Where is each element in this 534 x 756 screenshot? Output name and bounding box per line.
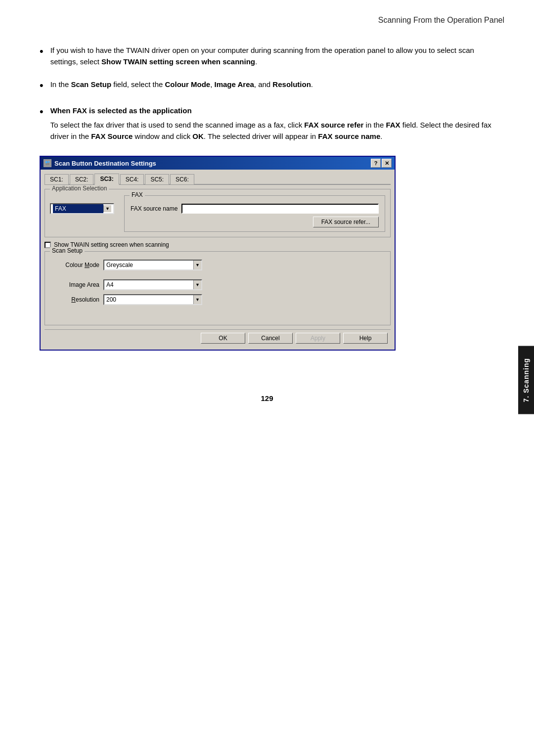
fax-group: FAX FAX source name FAX source refer... [124, 195, 385, 232]
svg-rect-2 [48, 161, 49, 163]
bullet-dot-2: • [40, 77, 44, 94]
right-chapter-tab: 7. Scanning [518, 346, 534, 414]
colour-mode-value: Greyscale [104, 262, 193, 268]
tab-sc1[interactable]: SC1: [44, 174, 69, 184]
app-select-left: FAX ▼ [50, 195, 114, 214]
bullet3-normal5: . The selected driver will appear in [204, 132, 318, 140]
bullet-item-2: • In the Scan Setup field, select the Co… [40, 79, 499, 94]
main-content: • If you wish to have the TWAIN driver o… [0, 25, 534, 384]
bullet3-normal1: To select the fax driver that is used to… [50, 121, 305, 129]
image-area-arrow[interactable]: ▼ [193, 280, 201, 289]
resolution-value: 200 [104, 296, 193, 303]
right-tab-text: 7. Scanning [522, 358, 530, 402]
page-number-text: 129 [261, 394, 273, 402]
bullet2-bold4: Resolution [272, 80, 311, 89]
titlebar-left: Scan Button Destination Settings [44, 159, 156, 167]
bullet3-heading: When FAX is selected as the application [50, 106, 192, 115]
bullet3-bold5: FAX source name [318, 132, 380, 140]
image-area-label: Image Area [50, 281, 99, 288]
help-button[interactable]: Help [343, 333, 388, 344]
bullet2-normal2: field, select the [111, 80, 165, 89]
bullet2-bold2: Colour Mode [165, 80, 211, 89]
dialog-window: Scan Button Destination Settings ? ✕ SC1… [40, 156, 396, 351]
dialog-footer: OK Cancel Apply Help [44, 329, 391, 346]
bullet-dot-3: • [40, 103, 44, 120]
bullet2-normal4: , and [254, 80, 273, 89]
colour-mode-dropdown[interactable]: Greyscale ▼ [103, 260, 202, 270]
bullet3-bold2: FAX [386, 121, 400, 129]
cancel-button[interactable]: Cancel [248, 333, 293, 344]
image-area-value: A4 [104, 281, 193, 288]
tab-bar: SC1: SC2: SC3: SC4: SC5: SC6: [44, 173, 391, 185]
fax-source-name-label: FAX source name [131, 205, 178, 212]
fax-group-label: FAX [130, 191, 145, 198]
resolution-arrow[interactable]: ▼ [193, 295, 201, 304]
fax-source-refer-button[interactable]: FAX source refer... [313, 217, 379, 227]
bullet-text-3: When FAX is selected as the application … [50, 105, 499, 142]
app-selection-inner: FAX ▼ FAX FAX source name FAX source ref… [50, 195, 385, 232]
bullet-item-1: • If you wish to have the TWAIN driver o… [40, 44, 499, 68]
image-area-dropdown[interactable]: A4 ▼ [103, 279, 202, 290]
colour-mode-label: Colour Mode [50, 262, 99, 268]
app-dropdown[interactable]: FAX ▼ [50, 203, 114, 214]
bullet-text-1: If you wish to have the TWAIN driver ope… [50, 44, 499, 68]
dialog-app-icon [44, 159, 51, 167]
close-titlebar-btn[interactable]: ✕ [382, 159, 392, 168]
bullet2-bold3: Image Area [215, 80, 254, 89]
bullet3-normal2: in the [363, 121, 386, 129]
bullet3-bold4: OK [192, 132, 204, 140]
bullet3-bold1: FAX source refer [304, 121, 363, 129]
bullet1-normal2: . [255, 57, 257, 66]
bullet2-bold1: Scan Setup [71, 80, 111, 89]
apply-button[interactable]: Apply [296, 333, 340, 344]
dialog-title: Scan Button Destination Settings [54, 160, 156, 167]
tab-sc4[interactable]: SC4: [120, 174, 144, 184]
tab-sc6[interactable]: SC6: [170, 174, 194, 184]
bullet-text-2: In the Scan Setup field, select the Colo… [50, 79, 499, 90]
bullet1-bold: Show TWAIN setting screen when scanning [101, 57, 255, 66]
tab-sc5[interactable]: SC5: [145, 174, 169, 184]
resolution-dropdown[interactable]: 200 ▼ [103, 294, 202, 305]
resolution-label: Resolution [50, 296, 99, 303]
show-twain-row: Show TWAIN setting screen when scanning [44, 241, 391, 248]
fax-source-name-input[interactable] [181, 204, 379, 214]
colour-mode-row: Colour Mode Greyscale ▼ [50, 260, 385, 270]
bullet3-normal6: . [380, 132, 382, 140]
page-number: 129 [0, 384, 534, 412]
bullet-item-3: • When FAX is selected as the applicatio… [40, 105, 499, 142]
colour-mode-arrow[interactable]: ▼ [193, 261, 201, 269]
tab-sc3[interactable]: SC3: [94, 174, 119, 185]
page-header: Scanning From the Operation Panel [0, 0, 534, 25]
titlebar-buttons: ? ✕ [371, 159, 392, 168]
fax-source-name-row: FAX source name [131, 204, 379, 214]
tab-sc2[interactable]: SC2: [70, 174, 94, 184]
bullet2-normal5: . [311, 80, 313, 89]
bullet2-normal3: , [210, 80, 214, 89]
bullet-list: • If you wish to have the TWAIN driver o… [40, 44, 499, 142]
help-titlebar-btn[interactable]: ? [371, 159, 381, 168]
bullet2-normal1: In the [50, 80, 71, 89]
image-area-row: Image Area A4 ▼ [50, 279, 385, 290]
bullet3-normal4: window and click [133, 132, 192, 140]
dialog-titlebar: Scan Button Destination Settings ? ✕ [41, 157, 395, 170]
header-title: Scanning From the Operation Panel [378, 16, 504, 24]
svg-rect-1 [45, 161, 47, 163]
app-selection-group: Application Selection FAX ▼ FAX [44, 189, 391, 237]
app-dropdown-value: FAX [53, 204, 103, 213]
app-dropdown-arrow[interactable]: ▼ [103, 205, 111, 212]
ok-button[interactable]: OK [201, 333, 245, 344]
scan-setup-group: Scan Setup Colour Mode Greyscale ▼ [44, 251, 391, 325]
dialog-body: SC1: SC2: SC3: SC4: SC5: SC6: Applicatio… [41, 170, 395, 350]
bullet-dot-1: • [40, 43, 44, 60]
scan-setup-inner: Colour Mode Greyscale ▼ Image Area A4 [50, 260, 385, 319]
app-selection-label: Application Selection [50, 185, 109, 192]
scan-setup-group-label: Scan Setup [50, 247, 85, 254]
bullet3-bold3: FAX Source [91, 132, 133, 140]
resolution-row: Resolution 200 ▼ [50, 294, 385, 305]
